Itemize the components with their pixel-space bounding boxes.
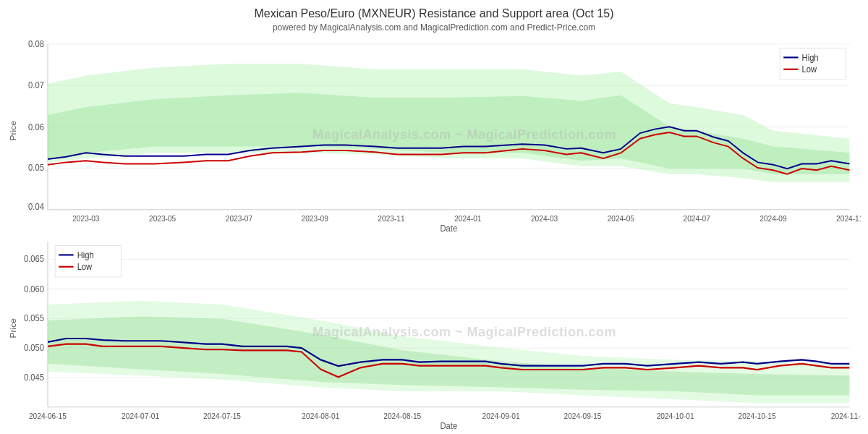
svg-marker-59 [48, 316, 850, 395]
bottom-chart-container: 0.065 0.060 0.055 0.050 0.045 Price [7, 234, 861, 431]
svg-text:0.08: 0.08 [28, 40, 44, 48]
svg-text:2023-05: 2023-05 [149, 214, 176, 223]
svg-text:2024-01: 2024-01 [454, 214, 481, 223]
top-chart-svg: 0.08 0.07 0.06 0.05 0.04 Price [7, 36, 861, 234]
chart-subtitle: powered by MagicalAnalysis.com and Magic… [273, 22, 595, 33]
svg-text:Price: Price [9, 318, 18, 338]
svg-text:2023-03: 2023-03 [72, 214, 99, 223]
svg-text:0.055: 0.055 [24, 313, 44, 322]
svg-text:Date: Date [441, 421, 458, 430]
svg-text:Low: Low [77, 262, 93, 271]
svg-text:2024-09-15: 2024-09-15 [563, 411, 601, 420]
svg-text:0.07: 0.07 [28, 81, 44, 90]
svg-text:2024-11-01: 2024-11-01 [831, 411, 861, 420]
svg-text:2024-11: 2024-11 [836, 214, 861, 223]
svg-text:2024-06-15: 2024-06-15 [29, 411, 67, 420]
svg-text:2024-07: 2024-07 [684, 214, 710, 223]
svg-text:2024-08-01: 2024-08-01 [302, 411, 339, 420]
svg-text:2023-07: 2023-07 [226, 214, 252, 223]
svg-text:0.045: 0.045 [24, 373, 44, 381]
svg-text:0.050: 0.050 [24, 344, 44, 352]
svg-text:2023-09: 2023-09 [302, 214, 328, 223]
svg-text:2024-03: 2024-03 [531, 214, 558, 223]
svg-text:2024-08-15: 2024-08-15 [383, 411, 421, 420]
page-container: Mexican Peso/Euro (MXNEUR) Resistance an… [0, 0, 868, 434]
svg-text:2024-10-15: 2024-10-15 [739, 411, 776, 420]
svg-text:2024-10-01: 2024-10-01 [657, 411, 694, 420]
svg-text:2024-09: 2024-09 [760, 214, 786, 223]
top-chart-container: 0.08 0.07 0.06 0.05 0.04 Price [7, 36, 861, 234]
svg-text:Low: Low [802, 65, 817, 74]
bottom-chart-box: 0.065 0.060 0.055 0.050 0.045 Price [7, 234, 861, 431]
svg-text:2024-05: 2024-05 [608, 214, 634, 223]
svg-text:Price: Price [9, 121, 18, 140]
svg-text:0.060: 0.060 [24, 284, 44, 293]
svg-text:2024-09-01: 2024-09-01 [482, 411, 520, 420]
svg-text:High: High [77, 250, 94, 259]
charts-wrapper: 0.08 0.07 0.06 0.05 0.04 Price [0, 33, 868, 434]
svg-text:2024-07-15: 2024-07-15 [203, 411, 241, 420]
svg-text:0.065: 0.065 [24, 254, 44, 263]
bottom-chart-svg: 0.065 0.060 0.055 0.050 0.045 Price [7, 234, 861, 431]
svg-text:0.05: 0.05 [28, 163, 44, 172]
svg-text:0.04: 0.04 [28, 202, 44, 210]
chart-title: Mexican Peso/Euro (MXNEUR) Resistance an… [254, 7, 613, 20]
svg-text:Date: Date [441, 224, 458, 233]
top-chart-box: 0.08 0.07 0.06 0.05 0.04 Price [7, 36, 861, 234]
svg-text:High: High [802, 53, 819, 61]
svg-text:2023-11: 2023-11 [378, 214, 404, 223]
svg-text:2024-07-01: 2024-07-01 [122, 411, 159, 420]
svg-text:0.06: 0.06 [28, 122, 44, 131]
